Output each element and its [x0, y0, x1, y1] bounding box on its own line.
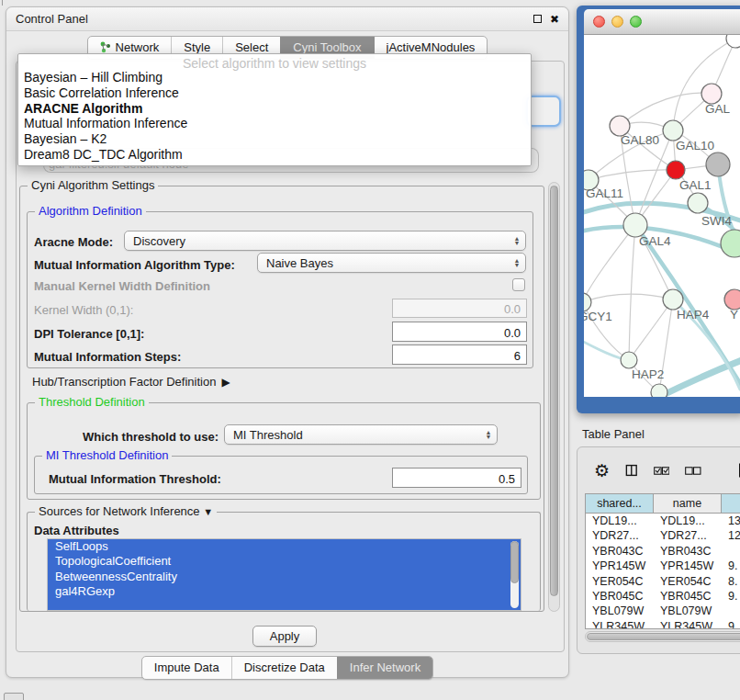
aracne-mode-combo[interactable]: Discovery ▲▼ [124, 231, 526, 251]
which-threshold-combo[interactable]: MI Threshold ▲▼ [224, 424, 498, 445]
split-columns-icon[interactable] [625, 461, 638, 480]
minimize-traffic-icon[interactable] [611, 16, 623, 28]
data-attributes-list[interactable]: SelfLoopsTopologicalCoefficientBetweenne… [47, 538, 521, 611]
node-pink-y[interactable] [724, 289, 740, 310]
node-hap4[interactable] [663, 289, 683, 310]
bottom-tab-discretize-data[interactable]: Discretize Data [231, 657, 337, 679]
algorithm-option[interactable]: Basic Correlation Inference [18, 85, 531, 101]
table-cell: YBR045C [654, 589, 722, 604]
table-row[interactable]: YBL079WYBL079W [586, 604, 740, 618]
node-hap2[interactable] [621, 352, 637, 368]
node-green-partial[interactable] [721, 230, 740, 257]
node-gal80-label: GAL80 [621, 133, 659, 147]
table-row[interactable]: YLR345WYLR345W9. [586, 619, 740, 629]
node-pink-y-label: Y [730, 308, 738, 322]
mi-steps-label: Mutual Information Steps: [34, 350, 181, 364]
mi-threshold-field[interactable] [392, 468, 521, 488]
table-cell: 9. [722, 619, 740, 629]
network-edge[interactable] [673, 39, 735, 130]
zoom-traffic-icon[interactable] [630, 16, 642, 28]
mi-type-combo[interactable]: Naive Bayes ▲▼ [257, 253, 526, 273]
node-gal1[interactable] [667, 161, 685, 179]
cyni-algorithm-settings-title: Cyni Algorithm Settings [28, 178, 158, 192]
node-gal10[interactable] [663, 120, 683, 141]
mi-threshold-title: MI Threshold Definition [42, 448, 172, 462]
table-horizontal-scrollbar[interactable] [585, 631, 740, 642]
column-header[interactable]: A [722, 494, 740, 513]
node-gray[interactable] [706, 152, 730, 176]
which-threshold-label: Which threshold to use: [83, 430, 219, 444]
collapse-down-icon[interactable]: ▼ [203, 506, 213, 517]
algorithm-option[interactable]: Mutual Information Inference [18, 116, 531, 131]
clipped-corner-button[interactable] [4, 693, 24, 700]
settings-vertical-scrollbar[interactable] [548, 182, 560, 612]
table-row[interactable]: YBR043CYBR043C [586, 544, 740, 559]
tab-label: Select [235, 40, 268, 54]
table-row[interactable]: YER054CYER054C8. [586, 574, 740, 589]
table-cell: YER054C [654, 574, 722, 589]
table-cell: YDL19... [586, 514, 654, 528]
node-swi4[interactable] [688, 193, 708, 213]
scrollbar-thumb[interactable] [550, 186, 558, 596]
checked-checkboxes-icon[interactable] [654, 465, 670, 477]
attribute-item-selected[interactable]: SelfLoops [48, 539, 521, 554]
node-gcy1[interactable] [584, 293, 591, 311]
network-canvas[interactable]: GALGAL80GAL10GAL1GAL11SWI4GAL4HAP4YGCY1H… [584, 35, 740, 397]
bottom-tab-infer-network[interactable]: Infer Network [337, 657, 432, 679]
algorithm-option[interactable]: ARACNE Algorithm [18, 101, 531, 117]
table-row[interactable]: YDL19...YDL19...13 [586, 514, 740, 528]
settings-gear-icon[interactable]: ⚙ [594, 462, 610, 480]
tab-label: Impute Data [154, 660, 219, 674]
attribute-item-clipped [48, 599, 521, 611]
table-cell: YBL079W [654, 604, 722, 618]
network-edge[interactable] [629, 225, 635, 360]
algorithm-dropdown-list: Select algorithm to view settings Bayesi… [17, 53, 532, 166]
bottom-tab-impute-data[interactable]: Impute Data [142, 657, 231, 679]
algorithm-option[interactable]: Bayesian – K2 [18, 131, 531, 147]
expand-right-icon[interactable]: ▶ [221, 376, 230, 389]
table-cell [722, 604, 740, 618]
node-swi4-label: SWI4 [701, 214, 732, 228]
node-top-partial[interactable] [726, 35, 740, 48]
node-table[interactable]: shared...nameA YDL19...YDL19...13YDR27..… [585, 493, 740, 629]
algorithm-option[interactable]: Bayesian – Hill Climbing [18, 70, 531, 85]
clipped-divider [2, 0, 3, 6]
node-gal-partial[interactable] [701, 84, 722, 104]
unchecked-checkboxes-icon[interactable] [685, 465, 701, 477]
attribute-item-selected[interactable]: TopologicalCoefficient [48, 554, 521, 569]
network-edge[interactable] [584, 294, 673, 302]
network-edge[interactable] [620, 93, 712, 126]
node-bottom-partial[interactable] [651, 384, 667, 397]
close-icon[interactable]: ✖ [550, 14, 559, 25]
column-header[interactable]: name [654, 494, 722, 513]
node-gal11-label: GAL11 [586, 186, 623, 200]
mi-steps-field[interactable] [392, 344, 527, 365]
table-row[interactable]: YDR27...YDR27...12 [586, 528, 740, 543]
attribute-item-selected[interactable]: BetweennessCentrality [48, 570, 521, 584]
network-graph[interactable]: GALGAL80GAL10GAL1GAL11SWI4GAL4HAP4YGCY1H… [584, 35, 740, 397]
apply-button[interactable]: Apply [252, 626, 317, 647]
column-header[interactable]: shared... [586, 494, 654, 513]
node-gal10-label: GAL10 [676, 139, 714, 152]
close-traffic-icon[interactable] [593, 16, 605, 28]
tab-label: Network [116, 40, 160, 54]
table-cell: 9. [722, 589, 740, 604]
table-cell [722, 544, 740, 559]
list-vertical-scrollbar[interactable] [510, 541, 519, 608]
dpi-tolerance-field[interactable] [392, 322, 527, 342]
node-hap4-label: HAP4 [677, 308, 710, 322]
table-row[interactable]: YPR145WYPR145W9. [586, 559, 740, 573]
scrollbar-thumb[interactable] [587, 633, 740, 640]
node-gcy1-label: GCY1 [584, 310, 612, 323]
network-edge[interactable] [629, 299, 673, 360]
network-edge[interactable] [589, 170, 676, 180]
network-edge[interactable] [584, 225, 635, 302]
attribute-item-selected[interactable]: gal4RGexp [48, 584, 521, 599]
scrollbar-thumb[interactable] [510, 541, 519, 583]
algorithm-option[interactable]: Dream8 DC_TDC Algorithm [18, 147, 531, 163]
manual-kernel-checkbox[interactable] [512, 278, 525, 291]
hub-definition-toggle[interactable]: Hub/Transcription Factor Definition▶ [32, 375, 230, 389]
float-window-icon[interactable] [533, 15, 542, 23]
table-cell: 8. [722, 574, 740, 589]
table-row[interactable]: YBR045CYBR045C9. [586, 589, 740, 604]
